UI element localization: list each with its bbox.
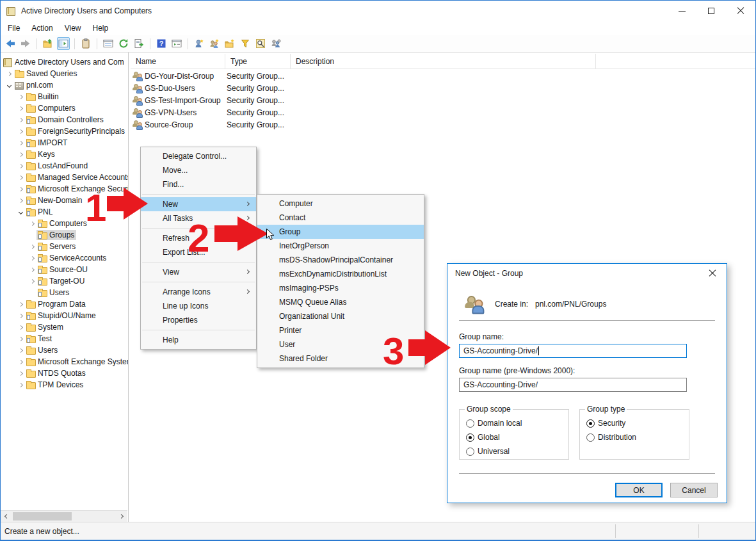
chevron-right-icon[interactable] bbox=[18, 163, 22, 168]
submenu-item-inetorgperson[interactable]: InetOrgPerson bbox=[257, 239, 424, 253]
column-header-description[interactable]: Description bbox=[291, 54, 596, 69]
chevron-right-icon[interactable] bbox=[18, 371, 22, 375]
scrollbar-thumb[interactable] bbox=[13, 512, 72, 521]
tree-item-source-ou[interactable]: Source-OU bbox=[1, 264, 128, 275]
tree-item-ntds-quotas[interactable]: NTDS Quotas bbox=[1, 367, 128, 379]
tree-item-computers[interactable]: Computers bbox=[1, 102, 128, 114]
filter-icon[interactable] bbox=[239, 37, 252, 50]
scroll-right-icon[interactable] bbox=[117, 511, 127, 522]
tree-item-servers[interactable]: Servers bbox=[1, 241, 128, 252]
submenu-item-msimaging-psps[interactable]: msImaging-PSPs bbox=[257, 281, 424, 295]
tree-item-users[interactable]: Users bbox=[1, 287, 128, 298]
chevron-right-icon[interactable] bbox=[18, 325, 22, 329]
tree-item-stupid-ou-name[interactable]: Stupid/OU/Name bbox=[1, 310, 128, 321]
back-icon[interactable] bbox=[4, 37, 17, 50]
list-item-gs-vpn-users[interactable]: GS-VPN-UsersSecurity Group... bbox=[131, 106, 755, 118]
radio-button-icon[interactable] bbox=[586, 419, 595, 428]
chevron-down-icon[interactable] bbox=[18, 209, 22, 214]
chevron-right-icon[interactable] bbox=[18, 302, 22, 306]
tree-item-managed-service-accounts[interactable]: Managed Service Accounts bbox=[1, 172, 128, 183]
radio-button-icon[interactable] bbox=[466, 433, 474, 442]
new-user-icon[interactable] bbox=[193, 37, 205, 50]
chevron-right-icon[interactable] bbox=[18, 336, 22, 341]
chevron-right-icon[interactable] bbox=[18, 313, 22, 318]
chevron-right-icon[interactable] bbox=[18, 348, 22, 352]
submenu-item-msexchdynamicdistributionlist[interactable]: msExchDynamicDistributionList bbox=[257, 267, 424, 281]
forward-icon[interactable] bbox=[19, 37, 32, 50]
close-button[interactable] bbox=[726, 1, 755, 21]
chevron-right-icon[interactable] bbox=[18, 152, 22, 156]
chevron-right-icon[interactable] bbox=[18, 186, 22, 191]
tree-item-keys[interactable]: Keys bbox=[1, 149, 128, 160]
clipboard-icon[interactable] bbox=[79, 37, 92, 50]
group-name-input[interactable]: GS-Accounting-Drive/ bbox=[459, 344, 687, 358]
submenu-item-organizational-unit[interactable]: Organizational Unit bbox=[257, 309, 424, 323]
tree-item-target-ou[interactable]: Target-OU bbox=[1, 275, 128, 287]
menubar-item-action[interactable]: Action bbox=[26, 22, 58, 35]
chevron-down-icon[interactable] bbox=[6, 83, 11, 87]
tree-item-tpm-devices[interactable]: TPM Devices bbox=[1, 379, 128, 391]
submenu-item-msmq-queue-alias[interactable]: MSMQ Queue Alias bbox=[257, 295, 424, 309]
tree-item-microsoft-exchange-system-objects[interactable]: Microsoft Exchange System Objects bbox=[1, 356, 128, 367]
tree-horizontal-scrollbar[interactable] bbox=[1, 510, 127, 522]
up-one-level-icon[interactable] bbox=[42, 37, 54, 50]
radio-option-universal[interactable]: Universal bbox=[466, 444, 568, 458]
chevron-right-icon[interactable] bbox=[18, 359, 22, 364]
chevron-right-icon[interactable] bbox=[29, 244, 34, 248]
tree-item-serviceaccounts[interactable]: ServiceAccounts bbox=[1, 252, 128, 264]
pre2000-name-input[interactable]: GS-Accounting-Drive/ bbox=[459, 378, 687, 392]
tree-item-saved-queries[interactable]: Saved Queries bbox=[1, 68, 128, 79]
refresh-icon[interactable] bbox=[117, 37, 130, 50]
context-menu-item-properties[interactable]: Properties bbox=[141, 313, 256, 327]
column-header-type[interactable]: Type bbox=[225, 54, 291, 69]
help-icon[interactable]: ? bbox=[155, 37, 168, 50]
context-menu-item-move[interactable]: Move... bbox=[141, 163, 256, 177]
submenu-item-msds-shadowprincipalcontainer[interactable]: msDS-ShadowPrincipalContainer bbox=[257, 253, 424, 267]
radio-option-domain-local[interactable]: Domain local bbox=[466, 416, 568, 430]
menubar-item-help[interactable]: Help bbox=[87, 22, 115, 35]
radio-option-distribution[interactable]: Distribution bbox=[586, 430, 689, 444]
chevron-right-icon[interactable] bbox=[29, 221, 34, 225]
context-menu-item-view[interactable]: View bbox=[141, 265, 256, 279]
cancel-button[interactable]: Cancel bbox=[670, 483, 718, 497]
chevron-right-icon[interactable] bbox=[18, 198, 22, 202]
context-menu-item-arrange-icons[interactable]: Arrange Icons bbox=[141, 285, 256, 299]
chevron-right-icon[interactable] bbox=[18, 382, 22, 387]
menubar-item-view[interactable]: View bbox=[59, 22, 87, 35]
chevron-right-icon[interactable] bbox=[6, 71, 11, 76]
radio-option-global[interactable]: Global bbox=[466, 430, 568, 444]
chevron-right-icon[interactable] bbox=[18, 175, 22, 179]
list-item-gs-test-import-group[interactable]: GS-Test-Import-GroupSecurity Group... bbox=[131, 94, 755, 106]
chevron-right-icon[interactable] bbox=[29, 267, 34, 271]
radio-button-icon[interactable] bbox=[586, 433, 595, 442]
chevron-right-icon[interactable] bbox=[18, 117, 22, 122]
submenu-item-computer[interactable]: Computer bbox=[257, 197, 424, 211]
tree-item-lostandfound[interactable]: LostAndFound bbox=[1, 160, 128, 172]
chevron-right-icon[interactable] bbox=[18, 140, 22, 145]
tree-item-users[interactable]: Users bbox=[1, 344, 128, 356]
context-menu-item-delegate-control[interactable]: Delegate Control... bbox=[141, 149, 256, 163]
choose-target-icon[interactable] bbox=[269, 37, 282, 50]
radio-option-security[interactable]: Security bbox=[586, 416, 689, 430]
tree-item-foreignsecurityprincipals[interactable]: ForeignSecurityPrincipals bbox=[1, 125, 128, 137]
chevron-right-icon[interactable] bbox=[29, 279, 34, 283]
tree-item-domain-controllers[interactable]: Domain Controllers bbox=[1, 114, 128, 125]
chevron-right-icon[interactable] bbox=[18, 106, 22, 110]
tree-item-active-directory-users-and-com[interactable]: Active Directory Users and Com bbox=[1, 56, 128, 68]
context-menu-item-new[interactable]: New bbox=[141, 197, 256, 211]
chevron-right-icon[interactable] bbox=[18, 129, 22, 133]
ok-button[interactable]: OK bbox=[615, 483, 663, 497]
context-menu-item-find[interactable]: Find... bbox=[141, 177, 256, 191]
properties-window-icon[interactable] bbox=[102, 37, 115, 50]
chevron-right-icon[interactable] bbox=[18, 94, 22, 99]
context-menu-item-line-up-icons[interactable]: Line up Icons bbox=[141, 299, 256, 313]
list-item-dg-your-dist-group[interactable]: DG-Your-Dist-GroupSecurity Group... bbox=[131, 70, 755, 82]
maximize-button[interactable] bbox=[696, 1, 726, 21]
submenu-item-contact[interactable]: Contact bbox=[257, 211, 424, 225]
tree-item-builtin[interactable]: Builtin bbox=[1, 91, 128, 102]
context-menu-item-help[interactable]: Help bbox=[141, 333, 256, 347]
radio-button-icon[interactable] bbox=[466, 419, 474, 428]
radio-button-icon[interactable] bbox=[466, 448, 474, 456]
dialog-close-button[interactable] bbox=[698, 264, 727, 283]
scroll-left-icon[interactable] bbox=[1, 511, 12, 522]
